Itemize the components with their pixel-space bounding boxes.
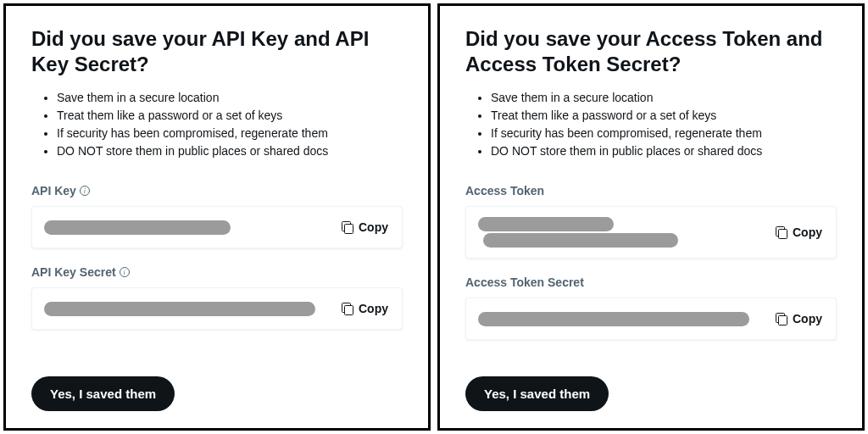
redacted-value [44,302,315,316]
api-key-secret-label: API Key Secret i [31,265,403,279]
copy-button[interactable]: Copy [340,298,390,319]
field-label-text: Access Token Secret [465,275,584,289]
copy-icon [776,313,787,325]
redacted-bar [483,233,678,248]
copy-label: Copy [793,312,822,326]
copy-button[interactable]: Copy [774,309,824,329]
access-token-panel: Did you save your Access Token and Acces… [437,3,865,431]
info-icon[interactable]: i [80,186,90,196]
redacted-value [478,312,749,326]
redacted-bar [44,220,231,235]
copy-icon [342,221,353,233]
access-token-label: Access Token [465,184,837,198]
access-token-secret-label: Access Token Secret [465,275,837,289]
redacted-value [44,220,231,235]
list-item: Save them in a secure location [57,89,403,107]
access-token-secret-field: Copy [465,298,837,340]
api-key-field: Copy [31,206,403,248]
list-item: Treat them like a password or a set of k… [57,107,403,125]
field-label-text: API Key Secret [31,265,116,279]
panel-title: Did you save your Access Token and Acces… [465,26,837,77]
copy-button[interactable]: Copy [340,217,390,237]
api-key-label: API Key i [31,184,403,198]
info-icon[interactable]: i [120,267,130,277]
redacted-value [478,217,678,248]
redacted-bar [478,217,614,231]
redacted-bar [478,312,749,326]
copy-label: Copy [793,225,822,239]
copy-button[interactable]: Copy [774,222,824,242]
confirm-saved-button[interactable]: Yes, I saved them [465,376,609,411]
confirm-saved-button[interactable]: Yes, I saved them [31,376,175,411]
copy-label: Copy [359,220,388,234]
api-key-panel: Did you save your API Key and API Key Se… [3,3,431,431]
panel-title: Did you save your API Key and API Key Se… [31,26,403,77]
security-tips-list: Save them in a secure location Treat the… [31,89,403,160]
copy-label: Copy [359,302,388,315]
copy-icon [342,303,353,314]
list-item: DO NOT store them in public places or sh… [491,142,837,160]
list-item: Save them in a secure location [491,89,837,107]
list-item: DO NOT store them in public places or sh… [57,142,403,160]
list-item: If security has been compromised, regene… [57,125,403,142]
list-item: If security has been compromised, regene… [491,125,837,142]
access-token-field: Copy [465,206,837,259]
redacted-bar [44,302,315,316]
list-item: Treat them like a password or a set of k… [491,107,837,125]
security-tips-list: Save them in a secure location Treat the… [465,89,837,160]
copy-icon [776,226,787,238]
api-key-secret-field: Copy [31,287,403,330]
field-label-text: API Key [31,184,76,198]
field-label-text: Access Token [465,184,544,198]
